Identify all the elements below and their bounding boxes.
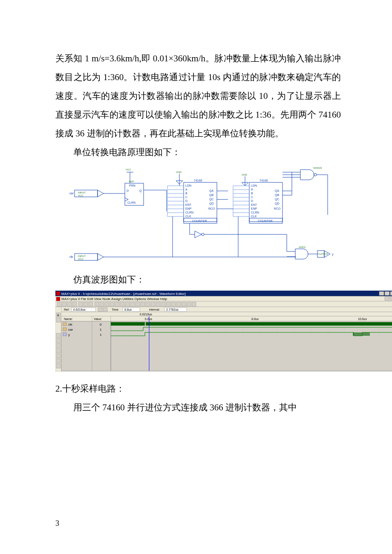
- page-number: 3: [55, 516, 59, 532]
- svg-text:OUTPUT: OUTPUT: [318, 253, 329, 255]
- svg-text:6.0us: 6.0us: [145, 317, 153, 320]
- svg-text:AND2: AND2: [299, 246, 306, 248]
- svg-rect-138: [161, 302, 165, 306]
- svg-rect-137: [156, 302, 160, 306]
- svg-text:ENP: ENP: [185, 207, 192, 210]
- circuit-schematic-figure: .w{stroke:#1746b3;stroke-width:1;fill:no…: [55, 164, 341, 268]
- vcc-rail-label: VCC: [126, 168, 131, 171]
- svg-rect-171: [61, 316, 392, 321]
- and2-gate: AND2: [211, 234, 317, 259]
- svg-rect-143: [187, 302, 191, 306]
- svg-text:QA: QA: [209, 189, 213, 193]
- svg-rect-168: [56, 354, 61, 358]
- svg-text:6.0218us: 6.0218us: [140, 313, 152, 316]
- svg-rect-116: [390, 297, 392, 300]
- svg-text:RCO: RCO: [208, 207, 215, 210]
- svg-rect-108: [56, 291, 60, 295]
- svg-text:D: D: [127, 189, 129, 192]
- svg-text:QB: QB: [209, 193, 213, 197]
- svg-text:D: D: [185, 199, 187, 202]
- waveform-editor-figure: .tb{fill:#ece9d8;stroke:#999;stroke-widt…: [55, 291, 341, 372]
- svg-text:B: B: [185, 192, 187, 195]
- svg-text:ENT: ENT: [185, 203, 192, 206]
- svg-rect-140: [171, 302, 176, 306]
- svg-rect-135: [146, 302, 150, 306]
- svg-rect-141: [176, 302, 181, 306]
- svg-text:6.0218us: 6.0218us: [73, 308, 86, 311]
- waveform-editor-svg: .tb{fill:#ece9d8;stroke:#999;stroke-widt…: [55, 291, 392, 372]
- svg-marker-1: [98, 190, 104, 197]
- svg-text:D: D: [251, 199, 253, 202]
- svg-rect-118: [57, 302, 61, 306]
- svg-rect-130: [120, 302, 124, 306]
- svg-rect-167: [56, 349, 61, 353]
- input-car-buf: INPUT: [78, 191, 86, 194]
- svg-text:ENT: ENT: [251, 203, 257, 206]
- svg-text:COUNTER: COUNTER: [192, 219, 207, 222]
- svg-text:ENP: ENP: [251, 207, 257, 210]
- svg-text:COUNTER: COUNTER: [258, 219, 273, 222]
- svg-text:C: C: [185, 196, 187, 199]
- svg-rect-165: [56, 338, 61, 343]
- svg-rect-123: [84, 302, 88, 306]
- svg-rect-113: [56, 297, 60, 301]
- svg-rect-122: [78, 302, 83, 306]
- svg-text:QC: QC: [275, 198, 280, 201]
- svg-rect-136: [151, 302, 155, 306]
- gnd1-label: GND: [176, 171, 182, 173]
- dff-block: DFF PRN D Q CLRN: [125, 180, 167, 211]
- input-clk-buf: INPUT: [78, 255, 86, 257]
- svg-rect-142: [182, 302, 186, 306]
- wave-app-title: MAX+plus II - h:\qichesudubiao12\zhuanhu…: [61, 292, 186, 296]
- svg-rect-202: [63, 328, 66, 331]
- svg-text:y: y: [68, 333, 70, 337]
- svg-marker-4: [98, 254, 104, 260]
- svg-text:1: 1: [100, 328, 102, 332]
- svg-text:CLK: CLK: [185, 215, 191, 218]
- svg-rect-205: [63, 333, 66, 336]
- input-clk-rail: VCC: [78, 258, 84, 260]
- svg-rect-157: [55, 312, 392, 316]
- svg-rect-144: [192, 302, 196, 306]
- svg-rect-166: [56, 343, 61, 348]
- paragraph-4: 用三个 74160 并行进位方式连接成 366 进制计数器，其中: [55, 398, 341, 417]
- svg-text:QB: QB: [275, 193, 279, 197]
- svg-rect-163: [56, 318, 61, 322]
- svg-rect-149: [98, 308, 102, 312]
- input-car-rail: VCC: [78, 194, 84, 197]
- svg-text:2.7782us: 2.7782us: [166, 308, 179, 311]
- svg-text:8.8us: 8.8us: [124, 308, 132, 311]
- paragraph-2: 单位转换电路原理图如下：: [55, 143, 341, 162]
- dff-type: DFF: [129, 180, 134, 183]
- svg-rect-133: [135, 302, 140, 306]
- svg-rect-164: [56, 333, 61, 338]
- svg-text:CLRN: CLRN: [185, 211, 193, 214]
- svg-text:A: A: [185, 188, 187, 191]
- nand3-gate: NAND3: [282, 167, 328, 215]
- svg-text:PRN: PRN: [129, 184, 135, 187]
- svg-text:NAND3: NAND3: [313, 167, 322, 169]
- svg-rect-150: [103, 308, 107, 312]
- svg-text:LDN: LDN: [251, 184, 257, 187]
- svg-text:B: B: [251, 192, 253, 195]
- chip1-74160: 74160 LDN A B C D ENT ENP CLRN CLK QA QB…: [167, 179, 217, 223]
- svg-text:QD: QD: [275, 202, 280, 205]
- input-clk-label: clk: [69, 255, 73, 258]
- svg-rect-111: [390, 291, 392, 295]
- not-gate: [190, 223, 211, 238]
- svg-rect-132: [130, 302, 135, 306]
- svg-rect-119: [62, 302, 66, 306]
- svg-rect-109: [379, 291, 384, 295]
- svg-rect-208: [353, 332, 370, 336]
- svg-marker-78: [195, 231, 202, 238]
- svg-text:Q: Q: [139, 189, 142, 193]
- svg-rect-126: [100, 302, 104, 306]
- svg-rect-129: [115, 302, 119, 306]
- svg-text:QA: QA: [275, 189, 279, 193]
- svg-rect-99: [100, 166, 329, 263]
- svg-rect-201: [146, 322, 392, 326]
- svg-text:Name:: Name:: [64, 317, 73, 320]
- svg-rect-128: [110, 302, 114, 306]
- svg-text:MAX+plus II  File  Edit  View : MAX+plus II File Edit View Node Assign U…: [61, 297, 167, 301]
- svg-text:10.0us: 10.0us: [358, 317, 367, 320]
